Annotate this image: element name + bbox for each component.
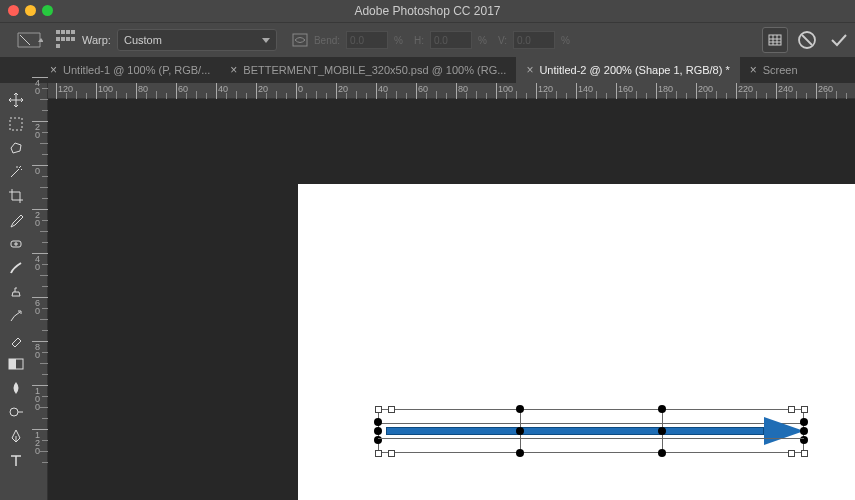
ruler-horizontal: 1201008060402002040608010012014016018020… — [32, 83, 855, 99]
warp-handle[interactable] — [375, 450, 382, 457]
close-window[interactable] — [8, 5, 19, 16]
warp-control-point[interactable] — [516, 427, 524, 435]
app-title: Adobe Photoshop CC 2017 — [354, 4, 500, 18]
svg-rect-1 — [769, 35, 781, 45]
switch-warp-free-transform[interactable] — [762, 27, 788, 53]
blur-tool[interactable] — [0, 376, 32, 400]
history-brush-tool[interactable] — [0, 304, 32, 328]
clone-stamp-tool[interactable] — [0, 280, 32, 304]
warp-control-point[interactable] — [658, 405, 666, 413]
document-tab[interactable]: ×Screen — [740, 57, 808, 83]
canvas-area[interactable] — [48, 99, 855, 500]
warp-control-point[interactable] — [658, 449, 666, 457]
warp-label: Warp: — [82, 34, 111, 46]
warp-style-select[interactable]: Custom — [117, 29, 277, 51]
tools-panel — [0, 83, 32, 500]
v-input: 0.0 — [513, 31, 555, 49]
close-tab-icon[interactable]: × — [526, 63, 533, 77]
commit-transform[interactable] — [826, 27, 852, 53]
warp-control-point[interactable] — [374, 418, 382, 426]
warp-control-point[interactable] — [658, 427, 666, 435]
warp-control-point[interactable] — [374, 436, 382, 444]
warp-orientation[interactable] — [289, 29, 311, 51]
warp-handle[interactable] — [388, 406, 395, 413]
document-tab[interactable]: ×Untitled-2 @ 200% (Shape 1, RGB/8) * — [516, 57, 739, 83]
lasso-tool[interactable] — [0, 136, 32, 160]
type-tool[interactable] — [0, 448, 32, 472]
svg-rect-6 — [9, 359, 16, 369]
warp-handle[interactable] — [801, 450, 808, 457]
document-tab[interactable]: ×Untitled-1 @ 100% (P, RGB/... — [40, 57, 220, 83]
minimize-window[interactable] — [25, 5, 36, 16]
document-tab[interactable]: ×BETTERMENT_MOBILE_320x50.psd @ 100% (RG… — [220, 57, 516, 83]
warp-transform-box[interactable] — [378, 409, 804, 453]
crop-tool[interactable] — [0, 184, 32, 208]
warp-handle[interactable] — [788, 450, 795, 457]
svg-point-7 — [10, 408, 18, 416]
warp-handle[interactable] — [788, 406, 795, 413]
move-tool[interactable] — [0, 88, 32, 112]
gradient-tool[interactable] — [0, 352, 32, 376]
warp-control-point[interactable] — [800, 436, 808, 444]
eraser-tool[interactable] — [0, 328, 32, 352]
bend-input: 0.0 — [346, 31, 388, 49]
warp-control-point[interactable] — [516, 405, 524, 413]
warp-control-point[interactable] — [800, 418, 808, 426]
tool-preset[interactable] — [10, 27, 50, 53]
warp-control-point[interactable] — [374, 427, 382, 435]
svg-rect-3 — [10, 118, 22, 130]
marquee-tool[interactable] — [0, 112, 32, 136]
h-label: H: — [414, 35, 424, 46]
close-tab-icon[interactable]: × — [230, 63, 237, 77]
v-label: V: — [498, 35, 507, 46]
close-tab-icon[interactable]: × — [750, 63, 757, 77]
pen-tool[interactable] — [0, 424, 32, 448]
ruler-vertical: 4 02 002 04 06 08 01 0 01 2 0 — [32, 99, 48, 500]
document-tabs: ×Untitled-1 @ 100% (P, RGB/... ×BETTERME… — [0, 57, 855, 83]
cancel-transform[interactable] — [794, 27, 820, 53]
h-input: 0.0 — [430, 31, 472, 49]
healing-tool[interactable] — [0, 232, 32, 256]
warp-handle[interactable] — [388, 450, 395, 457]
eyedropper-tool[interactable] — [0, 208, 32, 232]
title-bar: Adobe Photoshop CC 2017 — [0, 0, 855, 22]
options-bar: Warp: Custom Bend: 0.0 % H: 0.0 % V: 0.0… — [0, 22, 855, 57]
magic-wand-tool[interactable] — [0, 160, 32, 184]
warp-grid-icon[interactable] — [56, 30, 76, 50]
warp-control-point[interactable] — [516, 449, 524, 457]
bend-label: Bend: — [314, 35, 340, 46]
warp-handle[interactable] — [375, 406, 382, 413]
warp-control-point[interactable] — [800, 427, 808, 435]
maximize-window[interactable] — [42, 5, 53, 16]
brush-tool[interactable] — [0, 256, 32, 280]
close-tab-icon[interactable]: × — [50, 63, 57, 77]
warp-handle[interactable] — [801, 406, 808, 413]
dodge-tool[interactable] — [0, 400, 32, 424]
